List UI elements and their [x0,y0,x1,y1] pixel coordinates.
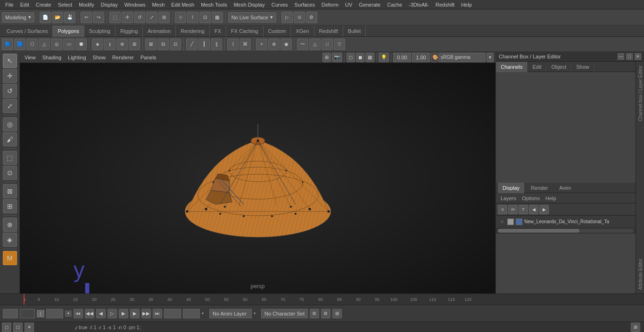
anim-extra-btn[interactable]: ⊞ [332,309,342,318]
play-back-btn[interactable]: ▷ [107,309,117,318]
menu-redshift[interactable]: Redshift [432,0,458,9]
boolean-btn[interactable]: ⊕ [116,39,128,50]
tab-sculpting[interactable]: Sculpting [84,25,116,37]
open-file-btn[interactable]: 📂 [52,12,63,23]
tab-fx-caching[interactable]: FX Caching [226,25,263,37]
snap-view-plane-btn[interactable]: ▦ [212,12,223,23]
tab-animation[interactable]: Animation [143,25,176,37]
step-back-btn[interactable]: ◀ [96,309,106,318]
mode-dropdown[interactable]: Modeling ▾ [2,12,34,23]
poly-sphere-btn[interactable]: 🔵 [2,39,13,50]
poly-cone-btn[interactable]: △ [39,39,50,50]
vp-transform-y[interactable] [412,53,430,62]
smooth-btn[interactable]: 〜 [297,39,308,50]
tab-polygons[interactable]: Polygons [53,25,84,37]
menu-deform[interactable]: Deform [318,0,342,9]
grid-snap-btn[interactable]: ⊞ [3,199,17,213]
sub-tab-anim[interactable]: Anim [554,183,576,193]
menu-select[interactable]: Select [55,0,76,9]
tab-show[interactable]: Show [571,62,594,72]
menu-display[interactable]: Display [98,0,121,9]
char-set-arrow[interactable]: ▾ [254,309,259,318]
vp-menu-lighting[interactable]: Lighting [65,52,89,63]
menu-edit-mesh[interactable]: Edit Mesh [168,0,198,9]
render-settings-btn[interactable]: ⚙ [306,12,317,23]
menu-cache[interactable]: Cache [384,0,405,9]
layer-row-1[interactable]: V New_Leonardo_Da_Vinci_Rotational_Ta [497,217,635,227]
menu-mesh[interactable]: Mesh [149,0,168,9]
menu-curves[interactable]: Curves [268,0,291,9]
menu-modify[interactable]: Modify [75,0,97,9]
play-fwd-btn[interactable]: ▶ [119,309,128,318]
step-fwd-btn[interactable]: ▶ [130,309,140,318]
tab-bullet[interactable]: Bullet [343,25,366,37]
sub-tab-render[interactable]: Render [526,183,553,193]
scale-tool[interactable]: ⤢ [3,99,17,113]
merge-btn[interactable]: ⊕ [268,39,280,50]
bridge-btn[interactable]: ⊟ [157,39,169,50]
snap-point-btn[interactable]: ⊡ [199,12,211,23]
move-tool[interactable]: ✛ [3,69,17,83]
layer-fwd-arrow-btn[interactable]: ▶ [539,205,549,214]
menu-windows[interactable]: Windows [121,0,149,9]
menu-file[interactable]: File [2,0,17,9]
go-start-btn[interactable]: ⏮ [74,309,83,318]
char-set-dropdown[interactable]: No Character Set [261,309,308,318]
char-settings-btn[interactable]: ⚙ [321,309,330,318]
insert-edge-btn[interactable]: ┃ [198,39,210,50]
timeline[interactable]: 1 5 10 15 20 25 30 35 40 45 50 55 60 65 … [0,293,644,305]
vp-menu-show[interactable]: Show [90,52,109,63]
extrude-btn[interactable]: ⊠ [145,39,157,50]
snap-to-poly-btn[interactable]: ⊠ [3,184,17,198]
menu-mesh-tools[interactable]: Mesh Tools [198,0,230,9]
create-joint-btn[interactable]: ◈ [3,233,17,247]
layer-hscroll[interactable] [496,228,636,234]
select-tool-btn[interactable]: ⬚ [109,12,121,23]
menu-generate[interactable]: Generate [355,0,384,9]
win-minimize[interactable]: ◻ [2,323,11,332]
mirror-btn[interactable]: ⫿ [104,39,116,50]
poly-plane-btn[interactable]: ▭ [63,39,74,50]
poly-torus-btn[interactable]: ◎ [51,39,62,50]
tab-rendering[interactable]: Rendering [176,25,210,37]
menu-help[interactable]: Help [458,0,475,9]
soft-select-btn[interactable]: ◎ [3,117,17,131]
menu-3dtall[interactable]: -3DtoAll- [405,0,432,9]
menu-surfaces[interactable]: Surfaces [291,0,318,9]
tri-btn[interactable]: △ [309,39,321,50]
poly-cube-btn[interactable]: 🟦 [14,39,25,50]
layer-hide-all-btn[interactable]: H [508,205,518,214]
win-close[interactable]: ✕ [25,323,34,332]
prev-key-btn[interactable]: ◀◀ [85,309,94,318]
offset-edge-btn[interactable]: ∥ [211,39,222,50]
orient-joint-btn[interactable]: ⊕ [3,218,17,232]
layer-template-btn[interactable]: T [519,205,528,214]
end-frame2-input[interactable]: 200 [183,309,200,318]
side-tab-channelbox[interactable]: Channel box / Layer Editor [636,62,644,125]
menu-mesh-display[interactable]: Mesh Display [231,0,268,9]
reduce-btn[interactable]: ▽ [334,39,345,50]
split-poly-btn[interactable]: ╱ [186,39,198,50]
fill-hole-btn[interactable]: ⊡ [170,39,181,50]
anim-layer-dropdown[interactable]: No Anim Layer [209,309,252,318]
layer-vis-all-btn[interactable]: V [498,205,507,214]
vp-gamma-btn[interactable]: 🎨 [431,53,438,62]
timeline-track[interactable]: 1 5 10 15 20 25 30 35 40 45 50 55 60 65 … [0,294,644,305]
tab-curves-surfaces[interactable]: Curves / Surfaces [2,25,53,37]
frame-range-input[interactable]: 120 [46,309,63,318]
range-expand-btn[interactable]: ▾ [65,310,72,317]
rotate-tool[interactable]: ↺ [3,84,17,98]
vp-menu-panels[interactable]: Panels [138,52,159,63]
maya-icon[interactable]: M [3,251,17,265]
tab-object[interactable]: Object [546,62,571,72]
menu-uv[interactable]: UV [342,0,355,9]
combine-btn[interactable]: ⊞ [129,39,140,50]
end-frame-input[interactable]: 120 [164,309,181,318]
sub-tab-display[interactable]: Display [498,183,524,193]
vp-camera-btn[interactable]: 📷 [332,53,342,62]
anim-layer-arrow[interactable]: ▾ [202,309,207,318]
vp-light-btn[interactable]: 💡 [379,53,389,62]
options-option[interactable]: Options [520,195,542,201]
poly-cylinder-btn[interactable]: ⬡ [26,39,38,50]
snap-grid-btn[interactable]: ⊹ [175,12,186,23]
